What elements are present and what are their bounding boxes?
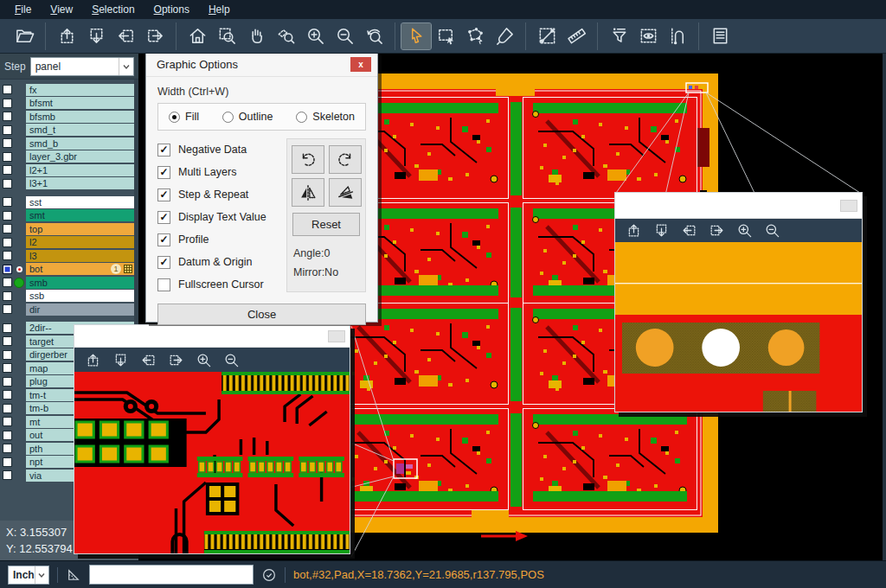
pan-left-button[interactable] bbox=[681, 222, 697, 239]
checkbox-profile[interactable]: ✓Profile bbox=[157, 228, 279, 251]
measure-ruler-button[interactable] bbox=[562, 23, 591, 49]
rotate-cw-button[interactable] bbox=[292, 145, 324, 174]
checkbox-step-repeat[interactable]: ✓Step & Repeat bbox=[157, 183, 279, 206]
layer-name[interactable]: ssb bbox=[26, 290, 134, 302]
layer-row-top[interactable]: top bbox=[0, 222, 134, 236]
checkbox-box[interactable]: ✓ bbox=[157, 233, 170, 246]
layer-row-smd_b[interactable]: smd_b bbox=[0, 137, 134, 150]
dialog-close-icon[interactable]: x bbox=[350, 57, 371, 72]
menu-help[interactable]: Help bbox=[199, 1, 240, 18]
layer-visible-checkbox[interactable] bbox=[3, 390, 12, 399]
layer-row-smb[interactable]: smb bbox=[0, 276, 134, 290]
layer-visible-checkbox[interactable] bbox=[3, 165, 12, 175]
brush-button[interactable] bbox=[490, 23, 519, 49]
layer-visible-checkbox[interactable] bbox=[3, 404, 12, 413]
layer-name[interactable]: l3 bbox=[26, 250, 134, 262]
layer-row-l3+1[interactable]: l3+1 bbox=[0, 177, 134, 191]
rotate-ccw-button[interactable] bbox=[329, 145, 362, 174]
zoom-in-button[interactable] bbox=[300, 23, 330, 49]
zoom-window-button[interactable] bbox=[212, 23, 241, 49]
layer-name[interactable]: l2 bbox=[26, 236, 134, 248]
menu-options[interactable]: Options bbox=[144, 1, 199, 18]
layer-name[interactable]: smt bbox=[26, 209, 134, 221]
layer-visible-checkbox[interactable] bbox=[3, 211, 12, 220]
layer-row-layer_3.gbr[interactable]: layer_3.gbr bbox=[0, 150, 134, 164]
layer-row-l2[interactable]: l2 bbox=[0, 236, 134, 250]
home-view-button[interactable] bbox=[183, 23, 212, 49]
pan-right-button[interactable] bbox=[140, 23, 170, 49]
layer-name[interactable]: smd_t bbox=[26, 124, 134, 136]
layer-visible-checkbox[interactable] bbox=[3, 112, 12, 121]
layer-row-dir[interactable]: dir bbox=[0, 303, 134, 316]
zoom-object-button[interactable] bbox=[271, 23, 300, 49]
layer-row-l3[interactable]: l3 bbox=[0, 249, 134, 263]
confirm-check-icon[interactable] bbox=[261, 567, 277, 583]
filter-button[interactable] bbox=[604, 23, 633, 49]
pan-up-button[interactable] bbox=[85, 352, 101, 368]
layer-visible-checkbox[interactable] bbox=[3, 265, 12, 274]
zoom-out-button[interactable] bbox=[223, 352, 240, 368]
flip-v-button[interactable] bbox=[329, 178, 362, 207]
layer-visible-checkbox[interactable] bbox=[3, 377, 12, 387]
radio-skeleton[interactable]: Skeleton bbox=[296, 111, 355, 123]
layer-name[interactable]: sst bbox=[26, 196, 134, 208]
zoom-out-button[interactable] bbox=[330, 23, 359, 49]
layer-visible-checkbox[interactable] bbox=[3, 350, 12, 360]
zoom-out-button[interactable] bbox=[764, 222, 780, 239]
layer-row-bfsmt[interactable]: bfsmt bbox=[0, 97, 134, 111]
view-options-button[interactable] bbox=[633, 23, 663, 49]
checkbox-box[interactable]: ✓ bbox=[157, 166, 170, 179]
select-cursor-button[interactable] bbox=[401, 23, 431, 49]
layer-name[interactable]: l3+1 bbox=[26, 177, 134, 189]
layer-row-smd_t[interactable]: smd_t bbox=[0, 124, 134, 137]
step-select[interactable]: panel bbox=[30, 57, 134, 76]
menu-view[interactable]: View bbox=[41, 1, 82, 18]
pan-left-button[interactable] bbox=[140, 352, 157, 368]
checkbox-box[interactable]: ✓ bbox=[157, 144, 170, 157]
layer-visible-checkbox[interactable] bbox=[3, 251, 12, 260]
checkbox-negative-data[interactable]: ✓Negative Data bbox=[157, 138, 279, 161]
layer-name[interactable]: smb bbox=[26, 277, 134, 289]
layer-visible-checkbox[interactable] bbox=[3, 363, 12, 373]
layer-row-smt[interactable]: smt bbox=[0, 209, 134, 223]
flip-h-button[interactable] bbox=[292, 178, 324, 207]
layer-name[interactable]: bot1 bbox=[26, 263, 134, 275]
checkbox-multi-layers[interactable]: ✓Multi Layers bbox=[157, 161, 279, 183]
close-button[interactable]: Close bbox=[157, 304, 366, 325]
menu-file[interactable]: File bbox=[5, 1, 41, 18]
layer-visible-checkbox[interactable] bbox=[3, 336, 12, 346]
checkbox-fullscreen-cursor[interactable]: Fullscreen Cursor bbox=[157, 273, 279, 296]
pan-down-button[interactable] bbox=[112, 352, 129, 368]
unit-select[interactable]: Inch bbox=[8, 566, 49, 585]
layer-visible-checkbox[interactable] bbox=[3, 323, 12, 333]
zoom-in-button[interactable] bbox=[736, 222, 753, 239]
layer-visible-checkbox[interactable] bbox=[3, 224, 12, 233]
measure-distance-button[interactable] bbox=[532, 23, 562, 49]
layer-name[interactable]: top bbox=[26, 223, 134, 235]
layer-visible-checkbox[interactable] bbox=[3, 304, 12, 314]
layer-visible-checkbox[interactable] bbox=[3, 444, 12, 453]
layer-visible-checkbox[interactable] bbox=[3, 152, 12, 162]
layer-row-l2+1[interactable]: l2+1 bbox=[0, 163, 134, 177]
layer-table-button[interactable] bbox=[705, 23, 735, 49]
open-file-button[interactable] bbox=[10, 23, 39, 49]
layer-visible-checkbox[interactable] bbox=[3, 125, 12, 135]
net-trace-button[interactable] bbox=[663, 23, 692, 49]
layer-visible-checkbox[interactable] bbox=[3, 417, 12, 426]
select-rect-button[interactable] bbox=[431, 23, 460, 49]
pan-right-button[interactable] bbox=[168, 352, 184, 368]
layer-name[interactable]: bfsmb bbox=[26, 111, 134, 123]
checkbox-box[interactable] bbox=[157, 278, 170, 291]
layer-name[interactable]: bfsmt bbox=[26, 97, 134, 109]
popup-menu-button[interactable] bbox=[840, 200, 857, 212]
checkbox-box[interactable]: ✓ bbox=[157, 256, 170, 269]
layer-row-sst[interactable]: sst bbox=[0, 195, 134, 209]
layer-visible-checkbox[interactable] bbox=[3, 179, 12, 189]
layer-row-fx[interactable]: fx bbox=[0, 83, 134, 97]
pan-left-button[interactable] bbox=[111, 23, 140, 49]
angle-measure-icon[interactable] bbox=[66, 567, 81, 583]
pan-down-button[interactable] bbox=[653, 222, 670, 239]
layer-visible-checkbox[interactable] bbox=[3, 457, 12, 467]
checkbox-display-text-value[interactable]: ✓Display Text Value bbox=[157, 206, 279, 228]
layer-row-bfsmb[interactable]: bfsmb bbox=[0, 110, 134, 124]
